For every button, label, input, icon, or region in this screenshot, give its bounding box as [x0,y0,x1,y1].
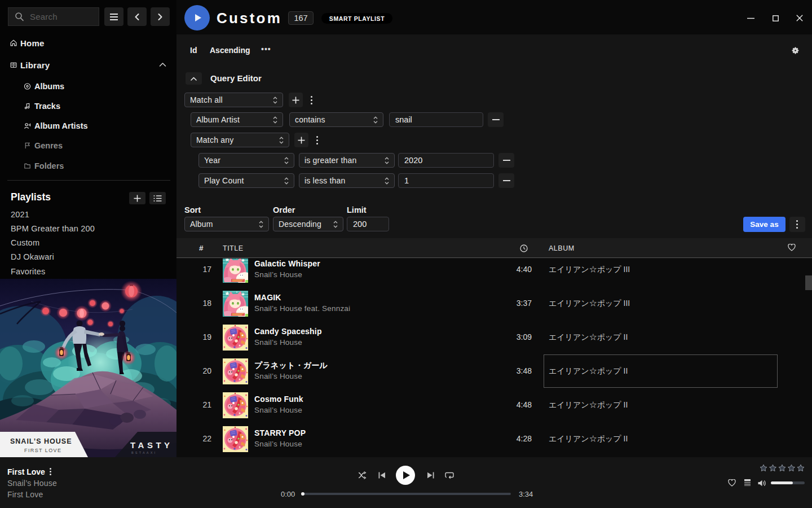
svg-text:BSTAAXI: BSTAAXI [131,451,157,454]
svg-text:SNAIL’S HOUSE: SNAIL’S HOUSE [10,437,72,445]
svg-text:TASTY: TASTY [130,440,173,450]
svg-text:FIRST LOVE: FIRST LOVE [24,448,61,453]
